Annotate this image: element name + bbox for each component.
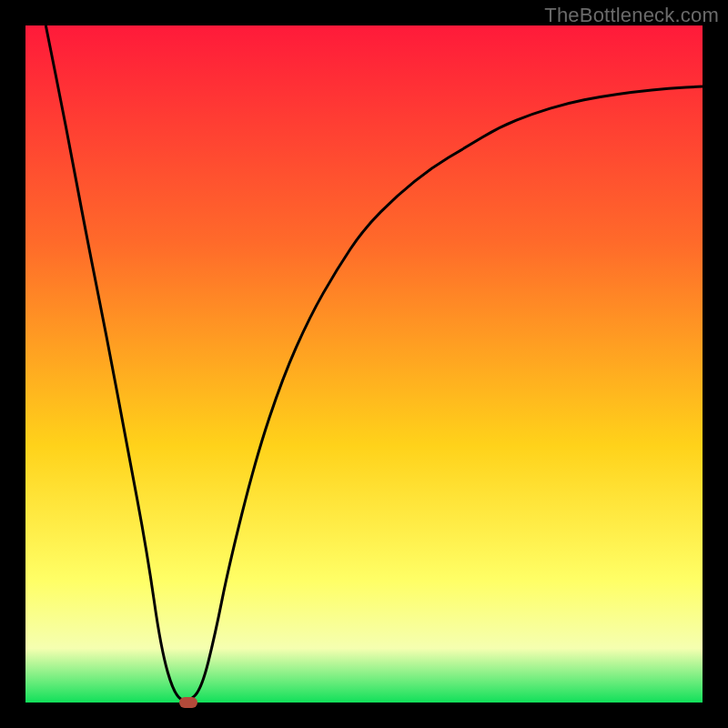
bottleneck-plot bbox=[25, 25, 703, 703]
gradient-background bbox=[25, 25, 703, 703]
watermark-text: TheBottleneck.com bbox=[544, 4, 719, 27]
optimal-point-marker bbox=[179, 697, 197, 708]
chart-frame bbox=[25, 25, 703, 703]
